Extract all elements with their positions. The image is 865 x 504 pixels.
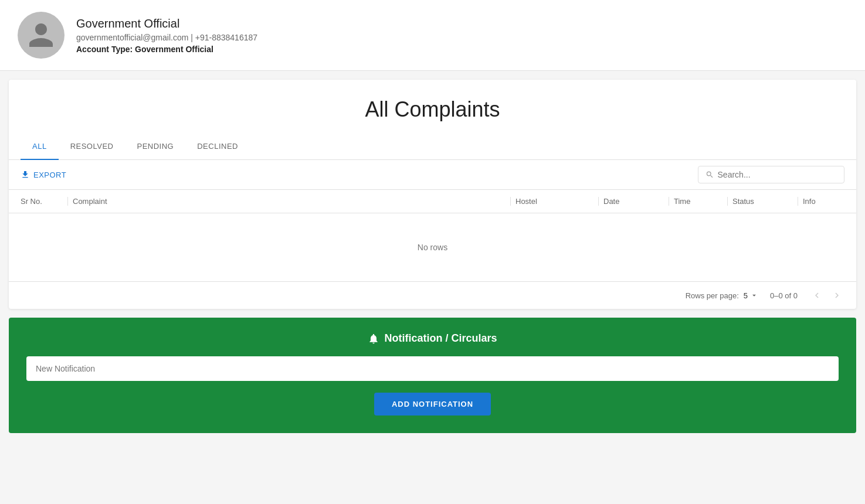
bell-icon bbox=[368, 333, 379, 345]
col-date: Date bbox=[598, 197, 669, 206]
col-complaint: Complaint bbox=[67, 197, 510, 206]
toolbar: EXPORT bbox=[9, 160, 856, 190]
add-notification-button[interactable]: ADD NOTIFICATION bbox=[374, 393, 491, 416]
col-hostel: Hostel bbox=[510, 197, 598, 206]
col-status: Status bbox=[727, 197, 798, 206]
account-type-label: Account Type: bbox=[76, 45, 133, 54]
rows-per-page-value: 5 bbox=[744, 291, 748, 300]
complaints-title: All Complaints bbox=[9, 80, 856, 134]
complaints-table: Sr No. Complaint Hostel Date Time Status bbox=[9, 190, 856, 281]
export-label: EXPORT bbox=[33, 171, 66, 179]
pagination: Rows per page: 5 0–0 of 0 bbox=[9, 281, 856, 309]
no-rows-message: No rows bbox=[9, 213, 856, 281]
user-name: Government Official bbox=[76, 17, 257, 30]
notification-section: Notification / Circulars ADD NOTIFICATIO… bbox=[9, 318, 856, 433]
main-content: All Complaints ALL RESOLVED PENDING DECL… bbox=[0, 71, 865, 451]
table-header: Sr No. Complaint Hostel Date Time Status bbox=[9, 190, 856, 213]
prev-page-button[interactable] bbox=[809, 288, 825, 303]
chevron-down-icon bbox=[750, 291, 758, 299]
notification-input-container bbox=[26, 356, 839, 381]
tab-pending[interactable]: PENDING bbox=[125, 134, 185, 160]
col-time: Time bbox=[669, 197, 727, 206]
search-container bbox=[698, 166, 844, 183]
avatar bbox=[18, 12, 65, 59]
account-type: Account Type: Government Official bbox=[76, 45, 257, 54]
chevron-right-icon bbox=[832, 290, 842, 301]
tab-all[interactable]: ALL bbox=[21, 134, 59, 160]
header: Government Official governmentofficial@g… bbox=[0, 0, 865, 71]
col-sr-no: Sr No. bbox=[21, 197, 67, 206]
rows-per-page: Rows per page: 5 bbox=[686, 291, 758, 300]
header-info: Government Official governmentofficial@g… bbox=[76, 17, 257, 54]
notification-input[interactable] bbox=[36, 364, 829, 373]
notification-title-text: Notification / Circulars bbox=[384, 332, 497, 345]
account-type-value: Government Official bbox=[135, 45, 213, 54]
next-page-button[interactable] bbox=[829, 288, 844, 303]
complaints-card: All Complaints ALL RESOLVED PENDING DECL… bbox=[9, 80, 856, 309]
tabs-container: ALL RESOLVED PENDING DECLINED bbox=[9, 134, 856, 160]
user-email: governmentofficial@gmail.com | +91-88384… bbox=[76, 33, 257, 42]
notification-title: Notification / Circulars bbox=[26, 332, 839, 345]
pagination-arrows bbox=[809, 288, 844, 303]
page-info: 0–0 of 0 bbox=[770, 291, 798, 300]
export-button[interactable]: EXPORT bbox=[21, 170, 66, 179]
export-icon bbox=[21, 170, 30, 179]
search-icon bbox=[705, 170, 714, 179]
rows-per-page-select[interactable]: 5 bbox=[744, 291, 758, 300]
search-input[interactable] bbox=[718, 170, 837, 179]
col-info: Info bbox=[798, 197, 844, 206]
chevron-left-icon bbox=[812, 290, 822, 301]
tab-declined[interactable]: DECLINED bbox=[185, 134, 250, 160]
tab-resolved[interactable]: RESOLVED bbox=[59, 134, 125, 160]
rows-per-page-label: Rows per page: bbox=[686, 291, 739, 300]
